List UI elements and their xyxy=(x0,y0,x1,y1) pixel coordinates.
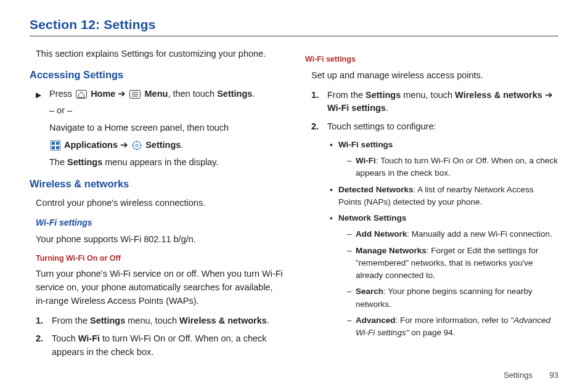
supports-text: Your phone supports Wi-Fi 802.11 b/g/n. xyxy=(36,233,283,247)
right-column: Wi-Fi settings Set up and manage wireles… xyxy=(305,47,558,364)
step-2-left: 2. Touch Wi-Fi to turn Wi-Fi On or Off. … xyxy=(36,332,283,359)
settings-appears-line: The Settings menu appears in the display… xyxy=(49,156,283,169)
page-number: 93 xyxy=(550,370,558,380)
svg-rect-9 xyxy=(56,146,59,149)
dash-advanced: Advanced: For more information, refer to… xyxy=(347,314,558,340)
footer-label: Settings xyxy=(504,370,533,380)
dash-wifi: Wi-Fi: Touch to turn Wi-Fi On or Off. Wh… xyxy=(347,155,558,180)
steps-left: 1. From the Settings menu, touch Wireles… xyxy=(36,314,283,359)
or-divider: – or – xyxy=(49,104,283,118)
applications-icon xyxy=(51,141,60,150)
bullet-network-settings: Network Settings Add Network: Manually a… xyxy=(330,212,558,339)
heading-wifi-settings-right: Wi-Fi settings xyxy=(305,54,558,65)
svg-rect-8 xyxy=(52,146,55,149)
step-2-right: 2. Touch settings to configure: Wi-Fi se… xyxy=(311,120,558,343)
steps-right: 1. From the Settings menu, touch Wireles… xyxy=(311,89,558,343)
two-column-layout: This section explains Settings for custo… xyxy=(30,47,558,364)
heading-wifi-settings-left: Wi-Fi settings xyxy=(36,216,283,229)
dash-add-network: Add Network: Manually add a new Wi-Fi co… xyxy=(347,228,558,240)
setup-text: Set up and manage wireless access points… xyxy=(311,69,558,83)
home-icon xyxy=(76,90,87,99)
control-text: Control your phone's wireless connection… xyxy=(36,197,283,210)
instruction-block: ▶ Press Home ➔ Menu, then touch Settings… xyxy=(36,88,283,173)
heading-wireless-networks: Wireless & networks xyxy=(30,176,283,192)
dash-manage-networks: Manage Networks: Forget or Edit the sett… xyxy=(347,245,558,282)
triangle-bullet-icon: ▶ xyxy=(36,88,49,173)
applications-settings-line: Applications ➔ Settings. xyxy=(49,139,283,152)
svg-rect-7 xyxy=(56,142,59,145)
section-title: Section 12: Settings xyxy=(30,17,558,36)
intro-text: This section explains Settings for custo… xyxy=(36,47,283,61)
left-column: This section explains Settings for custo… xyxy=(30,47,283,364)
svg-point-11 xyxy=(136,144,138,147)
bullet-wifi-settings: Wi-Fi settings Wi-Fi: Touch to turn Wi-F… xyxy=(330,139,558,180)
step-1-right: 1. From the Settings menu, touch Wireles… xyxy=(311,89,558,116)
heading-accessing-settings: Accessing Settings xyxy=(30,67,283,83)
svg-rect-6 xyxy=(52,142,55,145)
menu-icon xyxy=(129,90,141,99)
heading-turning-wifi: Turning Wi-Fi On or Off xyxy=(36,253,283,264)
bullet-detected-networks: Detected Networks: A list of nearby Netw… xyxy=(330,184,558,209)
press-home-menu-line: Press Home ➔ Menu, then touch Settings. xyxy=(49,88,283,101)
turn-para: Turn your phone's Wi-Fi service on or of… xyxy=(36,267,283,308)
navigate-line: Navigate to a Home screen panel, then to… xyxy=(49,121,283,135)
page-footer: Settings 93 xyxy=(504,370,558,380)
dash-search: Search: Your phone begins scanning for n… xyxy=(347,285,558,311)
step-1-left: 1. From the Settings menu, touch Wireles… xyxy=(36,314,283,328)
settings-gear-icon xyxy=(132,141,142,150)
